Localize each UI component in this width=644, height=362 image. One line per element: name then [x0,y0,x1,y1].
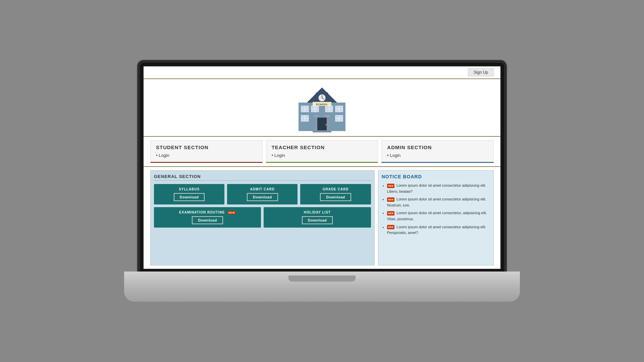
screen-inner: Sign Up [144,66,500,269]
new-badge: NEW [387,197,394,202]
notice-text: Lorem ipsum dolor sit amet consectetur a… [387,225,486,235]
syllabus-download-button[interactable]: Download [174,193,205,201]
new-badge: NEW [387,184,394,188]
svg-text:SCHOOL: SCHOOL [316,103,328,106]
notice-text: Lorem ipsum dolor sit amet consectetur a… [387,183,486,193]
list-item: NEW Lorem ipsum dolor sit amet consectet… [387,183,490,194]
grade-card-card: GRADE CARD Download [300,184,371,204]
notice-list: NEW Lorem ipsum dolor sit amet consectet… [382,183,490,236]
new-badge: NEW [227,211,236,214]
laptop-notch [288,276,356,282]
svg-rect-31 [315,116,317,131]
svg-point-22 [325,124,327,125]
syllabus-card: SYLLABUS Download [154,184,224,204]
student-login-link[interactable]: Login [156,153,257,158]
admin-section-card: ADMIN SECTION Login [381,140,494,163]
admin-login-link[interactable]: Login [387,153,488,158]
new-badge: NEW [387,211,394,216]
admin-section-title: ADMIN SECTION [387,144,488,150]
downloads-row-2: EXAMINATION ROUTINE NEW Download HOLIDAY… [154,207,371,228]
student-section-card: STUDENT SECTION Login [150,140,263,163]
student-section-title: STUDENT SECTION [156,144,257,150]
screen-outer: Sign Up [138,60,506,275]
notice-board: NOTICE BOARD NEW Lorem ipsum dolor sit a… [378,170,494,265]
laptop-base [124,272,520,302]
list-item: NEW Lorem ipsum dolor sit amet consectet… [387,210,490,222]
new-badge: NEW [387,225,394,229]
hero-section: SCHOOL [144,79,500,137]
top-nav: Sign Up [144,66,500,79]
holiday-list-download-button[interactable]: Download [302,216,333,224]
sections-row: STUDENT SECTION Login TEACHER SECTION Lo… [144,137,500,167]
svg-rect-34 [325,115,330,117]
grade-card-download-button[interactable]: Download [320,193,351,201]
list-item: NEW Lorem ipsum dolor sit amet consectet… [387,224,490,236]
laptop-shell: Sign Up [138,60,506,302]
admit-card-title: ADMIT CARD [230,187,295,191]
teacher-login-link[interactable]: Login [272,153,373,158]
holiday-list-card: HOLIDAY LIST Download [264,207,371,228]
list-item: NEW Lorem ipsum dolor sit amet consectet… [387,196,490,208]
exam-routine-card: EXAMINATION ROUTINE NEW Download [154,207,261,228]
exam-routine-title: EXAMINATION ROUTINE NEW [157,210,258,214]
grade-card-title: GRADE CARD [303,187,368,191]
svg-rect-33 [314,115,319,117]
exam-routine-download-button[interactable]: Download [192,216,223,224]
downloads-row-1: SYLLABUS Download ADMIT CARD Download GR… [154,184,371,204]
admit-card-download-button[interactable]: Download [247,193,278,201]
website: Sign Up [144,66,500,269]
notice-board-title: NOTICE BOARD [382,174,490,179]
teacher-section-card: TEACHER SECTION Login [266,140,378,163]
notice-scroll-area[interactable]: NEW Lorem ipsum dolor sit amet consectet… [382,183,490,236]
holiday-list-title: HOLIDAY LIST [266,210,368,214]
svg-rect-24 [313,131,331,132]
teacher-section-title: TEACHER SECTION [272,144,373,150]
admit-card-card: ADMIT CARD Download [227,184,298,204]
signup-button[interactable]: Sign Up [468,68,494,76]
general-section: GENERAL SECTION SYLLABUS Download ADMIT … [150,170,375,265]
main-content: GENERAL SECTION SYLLABUS Download ADMIT … [144,167,500,269]
svg-rect-32 [327,116,329,131]
syllabus-title: SYLLABUS [157,187,222,191]
general-section-title: GENERAL SECTION [154,174,371,181]
notice-text: Lorem ipsum dolor sit amet consectetur, … [387,211,487,221]
school-illustration: SCHOOL [288,82,356,133]
notice-text: Lorem ipsum dolor sit amet consectetur a… [387,197,486,207]
